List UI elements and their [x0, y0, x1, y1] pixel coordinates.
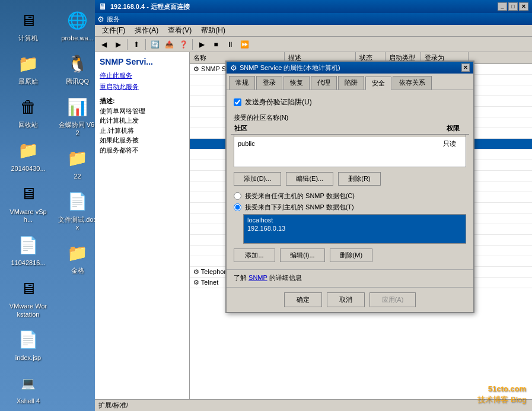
radio-any-host[interactable]	[234, 192, 241, 200]
community-name: public	[238, 140, 347, 147]
folder-icon: 📁	[17, 52, 40, 75]
tab-agent[interactable]: 代理	[311, 76, 337, 90]
folder2-icon: 📁	[17, 139, 40, 163]
toolbar-forward-button[interactable]: ▶	[112, 38, 125, 51]
desktop-icon-computer-label: 计算机	[18, 34, 38, 42]
desktop-icon-vmware-vsph[interactable]: 🖥 VMware vSph...	[6, 180, 50, 226]
index-icon: 📄	[17, 328, 40, 352]
delete-community-button[interactable]: 删除(R)	[338, 172, 380, 186]
radio-any-host-label: 接受来自任何主机的 SNMP 数据包(C)	[245, 192, 355, 200]
statusbar: 扩展/标准/	[95, 399, 532, 411]
menu-view[interactable]: 查看(V)	[163, 24, 196, 37]
community-row[interactable]: public 只读	[235, 138, 464, 149]
toolbar-restart-button[interactable]: ⏩	[238, 38, 251, 51]
add-host-button[interactable]: 添加...	[234, 248, 275, 262]
stop-service-link[interactable]: 停止此服务	[100, 71, 184, 80]
toolbar-pause-button[interactable]: ⏸	[224, 38, 237, 51]
edit-community-button[interactable]: 编辑(E)...	[286, 172, 333, 186]
dialog-close-button[interactable]: ✕	[461, 63, 470, 72]
toolbar-export-button[interactable]: 📤	[163, 38, 176, 51]
add-community-button[interactable]: 添加(D)...	[234, 172, 281, 186]
desktop-icon-original[interactable]: 📁 最原始	[6, 49, 50, 88]
community-permission: 只读	[347, 139, 462, 148]
desktop-icon-index[interactable]: 📄 index.jsp	[6, 326, 50, 364]
tab-dependencies[interactable]: 依存关系	[393, 76, 432, 90]
desktop-icon-qq[interactable]: 🐧 腾讯QQ	[55, 49, 100, 88]
desktop-icon-computer[interactable]: 🖥 计算机	[6, 6, 50, 44]
rdp-minimize-button[interactable]: _	[498, 2, 507, 11]
desktop-icon-jinge[interactable]: 📁 金格	[55, 238, 100, 277]
left-panel-title: SNMP Servi...	[100, 57, 184, 66]
community-table: 社区 权限 public 只读	[234, 126, 466, 167]
desktop-icon-probe[interactable]: 🌐 probe.wa...	[55, 6, 100, 44]
rdp-titlebar: 🖥 192.168.0.4 - 远程桌面连接 _ □ ✕	[95, 0, 532, 13]
desktop-icon-qq-label: 腾讯QQ	[66, 78, 89, 85]
toolbar-stop-button[interactable]: ■	[209, 38, 222, 51]
host-item-localhost[interactable]: localhost	[246, 216, 463, 224]
desktop-icon-filedoc-label: 文件测试.docx	[58, 216, 97, 231]
host-item-ip[interactable]: 192.168.0.13	[246, 224, 463, 232]
desktop-icon-vmware-ws-label: VMware Workstation	[8, 302, 48, 318]
desktop-icon-index-label: index.jsp	[15, 354, 41, 362]
desktop-icon-vmware-ws[interactable]: 🖥 VMware Workstation	[6, 274, 50, 320]
edit-host-button[interactable]: 编辑(I)...	[280, 248, 325, 262]
desktop-icon-recycle[interactable]: 🗑 回收站	[6, 93, 50, 131]
rdp-close-button[interactable]: ✕	[519, 2, 528, 11]
statusbar-text: 扩展/标准/	[98, 401, 128, 410]
desktop-icon-folder2[interactable]: 📁 20140430...	[6, 136, 50, 175]
toolbar-refresh-button[interactable]: 🔄	[148, 38, 161, 51]
desktop-icon-jinchuang-label: 金蝶协同 V6.2	[58, 121, 97, 136]
toolbar-back-button[interactable]: ◀	[97, 38, 110, 51]
xshell-icon: 💻	[17, 371, 40, 395]
radio-specific-host-row: 接受来自下列主机的 SNMP 数据包(T)	[234, 203, 466, 212]
desktop-icon-jinchuang[interactable]: 📊 金蝶协同 V6.2	[55, 93, 100, 139]
tab-traps[interactable]: 陷阱	[338, 76, 364, 90]
apply-button[interactable]: 应用(A)	[369, 292, 416, 307]
tab-recovery[interactable]: 恢复	[283, 76, 310, 90]
cancel-button[interactable]: 取消	[327, 292, 365, 307]
tab-security[interactable]: 安全	[365, 77, 391, 90]
desktop-icon-filedoc[interactable]: 📄 文件测试.docx	[55, 187, 100, 234]
toolbar-play-button[interactable]: ▶	[195, 38, 208, 51]
restart-service-link[interactable]: 重启动此服务	[100, 82, 184, 91]
vmware-ws-icon: 🖥	[17, 276, 40, 300]
send-auth-trap-label: 发送身份验证陷阱(U)	[245, 97, 312, 107]
hosts-listbox[interactable]: localhost 192.168.0.13	[243, 214, 466, 244]
dialog-footer: 了解 SNMP 的详细信息	[227, 269, 473, 287]
dialog-content: 发送身份验证陷阱(U) 接受的社区名称(N) 社区 权限 public 只读	[227, 90, 473, 269]
delete-host-button[interactable]: 删除(M)	[330, 248, 373, 262]
desktop-icon-original-label: 最原始	[18, 78, 38, 85]
desktop-icon-vmware-vsph-label: VMware vSph...	[8, 208, 48, 224]
radio-specific-host[interactable]	[234, 203, 241, 211]
jinchuang-icon: 📊	[66, 95, 90, 119]
desktop-icon-22-label: 22	[74, 173, 81, 180]
dialog-title-text: SNMP Service 的属性(本地计算机)	[240, 63, 461, 72]
menu-action[interactable]: 操作(A)	[130, 24, 163, 37]
computer-icon: 🖥	[17, 8, 40, 32]
desktop-icon-word1[interactable]: 📄 11042816...	[6, 231, 50, 269]
desktop-icon-xshell-label: Xshell 4	[17, 397, 40, 405]
rdp-title-controls: _ □ ✕	[498, 2, 528, 11]
tab-general[interactable]: 常规	[229, 76, 255, 90]
left-panel-desc: 描述: 使简单网络管理 此计算机上发 止,计算机将 如果此服务被 的服务都将不	[100, 96, 184, 155]
toolbar-help-button[interactable]: ❓	[177, 38, 190, 51]
desktop-icon-xshell[interactable]: 💻 Xshell 4	[6, 369, 50, 407]
rdp-maximize-button[interactable]: □	[508, 2, 518, 11]
desktop-icon-folder2-label: 20140430...	[11, 165, 45, 173]
probe-icon: 🌐	[66, 8, 90, 32]
rdp-window: 🖥 192.168.0.4 - 远程桌面连接 _ □ ✕ ⚙ 服务 文件(F) …	[95, 0, 532, 411]
community-list: public 只读	[234, 137, 466, 167]
dialog-icon: ⚙	[230, 63, 237, 72]
menu-help[interactable]: 帮助(H)	[196, 24, 230, 37]
toolbar-up-button[interactable]: ⬆	[130, 38, 143, 51]
services-window: ⚙ 服务 文件(F) 操作(A) 查看(V) 帮助(H) ◀ ▶ ⬆ 🔄 📤 ❓	[95, 13, 532, 411]
send-auth-trap-checkbox[interactable]	[234, 98, 241, 106]
ok-button[interactable]: 确定	[284, 292, 322, 307]
desktop-icon-22[interactable]: 📁 22	[55, 144, 100, 183]
menu-file[interactable]: 文件(F)	[97, 24, 130, 37]
snmp-info-link[interactable]: SNMP	[249, 274, 267, 281]
tab-login[interactable]: 登录	[256, 76, 282, 90]
qq-icon: 🐧	[66, 52, 90, 75]
community-section-label: 接受的社区名称(N)	[234, 113, 466, 122]
dialog-tabs: 常规 登录 恢复 代理 陷阱 安全 依存关系	[227, 74, 473, 90]
